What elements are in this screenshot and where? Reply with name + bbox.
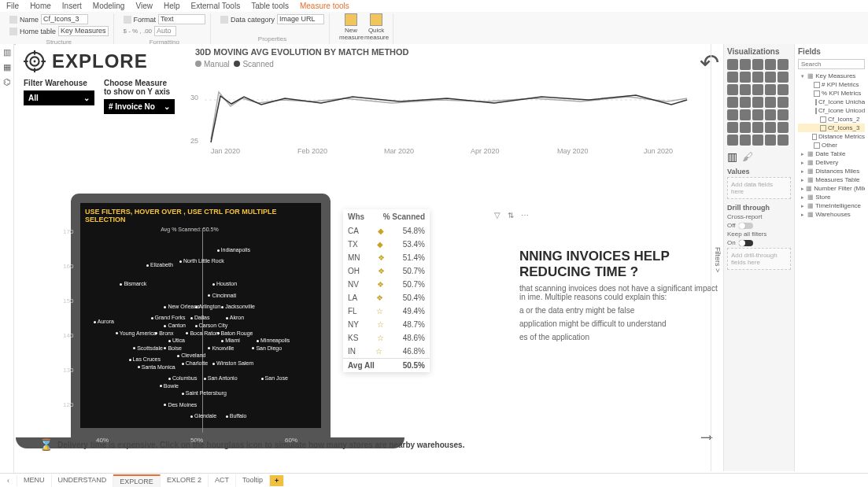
keep-filters-toggle[interactable]: Keep all filters: [727, 231, 791, 238]
city-point[interactable]: Glendale: [190, 413, 216, 419]
warehouse-dropdown[interactable]: All⌄: [24, 90, 94, 105]
viz-type-icon[interactable]: [778, 59, 789, 70]
city-point[interactable]: Boca Raton: [186, 330, 219, 336]
city-point[interactable]: Arlington: [195, 304, 221, 309]
table-row[interactable]: KS☆48.6%: [343, 331, 430, 345]
table-node[interactable]: ▸Number Filter (Miles): [798, 184, 865, 193]
hourglass-icon[interactable]: ⌛: [39, 438, 53, 451]
city-point[interactable]: Bronx: [155, 330, 173, 336]
field-node[interactable]: Other: [798, 141, 865, 149]
viz-type-icon[interactable]: [752, 97, 763, 108]
fields-tab-icon[interactable]: ▥: [727, 150, 737, 163]
city-point[interactable]: Knoxville: [208, 345, 234, 351]
menu-help[interactable]: Help: [164, 2, 180, 10]
viz-type-icon[interactable]: [740, 122, 751, 133]
viz-type-icon[interactable]: [727, 122, 738, 133]
whs-table[interactable]: Whs% Scanned CA◆54.8%TX◆53.4%MN❖51.4%OH❖…: [343, 209, 430, 372]
city-point[interactable]: Bowie: [160, 383, 179, 389]
viz-type-icon[interactable]: [765, 84, 776, 95]
viz-type-icon[interactable]: [765, 72, 776, 83]
menu-modeling[interactable]: Modeling: [93, 2, 125, 10]
viz-type-icon[interactable]: [778, 122, 789, 133]
city-point[interactable]: Minneapolis: [257, 338, 290, 343]
city-point[interactable]: Akron: [226, 315, 244, 320]
city-point[interactable]: Saint Petersburg: [182, 390, 227, 396]
add-page-button[interactable]: +: [270, 475, 284, 486]
viz-type-icon[interactable]: [727, 59, 738, 70]
page-tab[interactable]: ACT: [209, 474, 236, 487]
menu-table-tools[interactable]: Table tools: [251, 2, 289, 10]
cross-report-toggle[interactable]: Cross-report: [727, 213, 791, 220]
city-point[interactable]: Las Cruces: [129, 356, 161, 362]
toggle-switch[interactable]: [739, 223, 753, 229]
city-point[interactable]: Dallas: [190, 315, 209, 320]
field-node[interactable]: Cf_Icone Unichar: [798, 98, 865, 106]
toggle-switch[interactable]: [739, 240, 753, 246]
city-point[interactable]: Santa Monica: [138, 364, 175, 370]
visual-header-icons[interactable]: ▽ ⇅ ⋯: [494, 211, 531, 220]
model-view-icon[interactable]: ⌬: [3, 77, 11, 87]
table-row[interactable]: NY☆48.7%: [343, 318, 430, 331]
city-point[interactable]: Jacksonville: [221, 304, 255, 309]
city-point[interactable]: Columbus: [168, 375, 198, 381]
city-point[interactable]: Winston Salem: [212, 360, 253, 366]
city-point[interactable]: Cincinnati: [208, 293, 236, 298]
page-tab[interactable]: EXLORE 2: [161, 474, 209, 487]
city-point[interactable]: Canton: [164, 323, 186, 328]
page-tab[interactable]: EXPLORE: [113, 474, 161, 487]
menu-view[interactable]: View: [135, 2, 153, 10]
table-row[interactable]: IN☆46.8%: [343, 345, 430, 358]
quick-measure-button[interactable]: Quick measure: [364, 13, 388, 41]
viz-type-icon[interactable]: [752, 59, 763, 70]
viz-type-icon[interactable]: [727, 135, 738, 146]
city-point[interactable]: Cleveland: [177, 352, 205, 358]
format-field[interactable]: Text: [158, 14, 205, 24]
table-row[interactable]: LA❖50.4%: [343, 291, 430, 304]
viz-type-icon[interactable]: [778, 97, 789, 108]
category-field[interactable]: Image URL: [277, 14, 324, 24]
viz-type-icon[interactable]: [740, 109, 751, 120]
city-point[interactable]: Carson City: [195, 323, 228, 328]
page-tab[interactable]: UNDERSTAND: [52, 474, 114, 487]
field-node[interactable]: # KPI Metrics: [798, 80, 865, 89]
viz-type-icon[interactable]: [752, 109, 763, 120]
viz-type-icon[interactable]: [740, 59, 751, 70]
city-point[interactable]: Houston: [212, 281, 237, 286]
city-point[interactable]: Aurora: [94, 319, 114, 324]
city-point[interactable]: Bismarck: [120, 281, 146, 286]
viz-type-icon[interactable]: [740, 72, 751, 83]
table-row[interactable]: NV❖50.7%: [343, 278, 430, 291]
name-field[interactable]: Cf_Icons_3: [41, 14, 88, 24]
values-well[interactable]: Add data fields here: [727, 177, 791, 199]
table-row[interactable]: CA◆54.8%: [343, 224, 430, 238]
table-node[interactable]: ▸Delivery: [798, 158, 865, 167]
city-point[interactable]: San Antonio: [204, 375, 238, 381]
format-symbols[interactable]: $ - % , .00: [124, 28, 152, 35]
viz-type-icon[interactable]: [778, 135, 789, 146]
menu-external-tools[interactable]: External Tools: [191, 2, 241, 10]
tab-nav-left[interactable]: ‹: [0, 475, 17, 486]
data-view-icon[interactable]: ▦: [3, 62, 11, 72]
city-point[interactable]: Des Moines: [164, 402, 197, 408]
viz-type-icon[interactable]: [727, 109, 738, 120]
format-tab-icon[interactable]: 🖌: [742, 150, 753, 163]
viz-type-icon[interactable]: [752, 84, 763, 95]
city-point[interactable]: Buffalo: [226, 413, 247, 419]
table-row[interactable]: FL☆49.4%: [343, 304, 430, 318]
field-node[interactable]: Cf_Icone Unicode: [798, 106, 865, 115]
city-point[interactable]: Grand Forks: [151, 315, 186, 320]
report-view-icon[interactable]: ▥: [3, 47, 11, 57]
scatter-plot[interactable]: Avg % Scanned: 50.5% % Scanned 170160150…: [80, 228, 324, 433]
menu-measure-tools[interactable]: Measure tools: [300, 2, 349, 10]
viz-type-icon[interactable]: [765, 135, 776, 146]
city-point[interactable]: Elizabeth: [146, 262, 173, 267]
viz-type-icon[interactable]: [740, 84, 751, 95]
table-node[interactable]: ▸Store: [798, 193, 865, 201]
field-node[interactable]: Cf_Icons_2: [798, 115, 865, 124]
new-measure-button[interactable]: New measure: [339, 13, 363, 41]
decimals-field[interactable]: Auto: [154, 26, 176, 36]
table-row[interactable]: TX◆53.4%: [343, 238, 430, 251]
menu-file[interactable]: File: [6, 2, 19, 10]
viz-type-icon[interactable]: [752, 72, 763, 83]
viz-type-icon[interactable]: [727, 72, 738, 83]
